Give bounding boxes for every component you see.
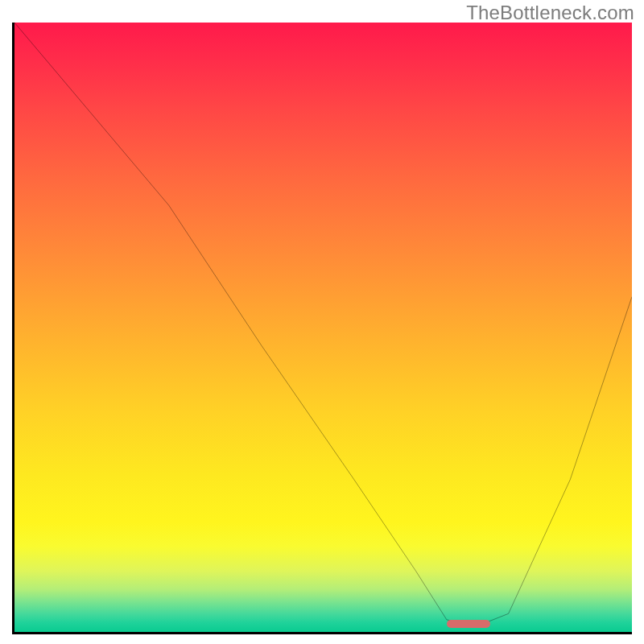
plot-area <box>12 23 632 634</box>
chart-container: TheBottleneck.com <box>0 0 644 644</box>
optimal-range-marker <box>447 620 490 628</box>
watermark-text: TheBottleneck.com <box>466 2 634 24</box>
bottleneck-curve <box>14 23 632 632</box>
